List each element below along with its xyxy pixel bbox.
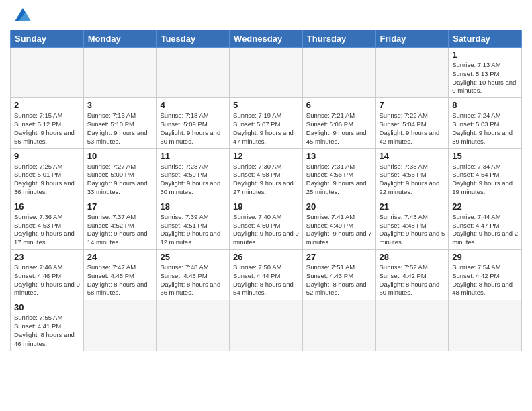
day-number: 22 [452, 201, 518, 212]
calendar-cell: 9Sunrise: 7:25 AMSunset: 5:01 PMDaylight… [11, 148, 84, 199]
day-of-week-header: Thursday [302, 30, 375, 48]
calendar-cell: 3Sunrise: 7:16 AMSunset: 5:10 PMDaylight… [83, 98, 157, 148]
day-info: Sunrise: 7:22 AMSunset: 5:04 PMDaylight:… [380, 111, 445, 146]
calendar-cell: 4Sunrise: 7:18 AMSunset: 5:09 PMDaylight… [157, 98, 230, 148]
calendar-week-row: 9Sunrise: 7:25 AMSunset: 5:01 PMDaylight… [11, 148, 522, 199]
calendar-week-row: 1Sunrise: 7:13 AMSunset: 5:13 PMDaylight… [11, 48, 522, 98]
day-info: Sunrise: 7:36 AMSunset: 4:53 PMDaylight:… [14, 213, 80, 247]
day-number: 27 [306, 252, 372, 262]
day-number: 25 [160, 252, 226, 262]
calendar-cell [83, 300, 157, 351]
calendar-cell [230, 48, 303, 98]
day-number: 10 [87, 151, 153, 161]
calendar-cell: 16Sunrise: 7:36 AMSunset: 4:53 PMDayligh… [11, 199, 84, 249]
day-info: Sunrise: 7:39 AMSunset: 4:51 PMDaylight:… [160, 213, 226, 247]
day-number: 24 [87, 252, 153, 262]
calendar-cell: 13Sunrise: 7:31 AMSunset: 4:56 PMDayligh… [302, 148, 375, 199]
calendar-cell: 24Sunrise: 7:47 AMSunset: 4:45 PMDayligh… [83, 250, 157, 300]
calendar-cell: 10Sunrise: 7:27 AMSunset: 5:00 PMDayligh… [83, 148, 157, 199]
day-info: Sunrise: 7:52 AMSunset: 4:42 PMDaylight:… [380, 263, 445, 298]
calendar-cell [157, 48, 230, 98]
calendar-cell [11, 48, 84, 98]
day-of-week-header: Friday [375, 30, 449, 48]
calendar-cell: 26Sunrise: 7:50 AMSunset: 4:44 PMDayligh… [230, 250, 303, 300]
day-number: 6 [306, 100, 372, 110]
calendar-week-row: 16Sunrise: 7:36 AMSunset: 4:53 PMDayligh… [11, 199, 522, 249]
day-number: 14 [380, 151, 445, 161]
day-number: 17 [87, 201, 153, 212]
day-info: Sunrise: 7:46 AMSunset: 4:46 PMDaylight:… [14, 263, 80, 298]
calendar-cell [157, 300, 230, 351]
day-number: 26 [233, 252, 299, 262]
calendar-cell: 17Sunrise: 7:37 AMSunset: 4:52 PMDayligh… [83, 199, 157, 249]
calendar-cell [375, 48, 449, 98]
day-info: Sunrise: 7:51 AMSunset: 4:43 PMDaylight:… [306, 263, 372, 298]
day-info: Sunrise: 7:18 AMSunset: 5:09 PMDaylight:… [160, 111, 226, 146]
calendar-cell: 2Sunrise: 7:15 AMSunset: 5:12 PMDaylight… [11, 98, 84, 148]
day-info: Sunrise: 7:24 AMSunset: 5:03 PMDaylight:… [452, 111, 518, 146]
header [10, 7, 522, 24]
calendar-cell: 28Sunrise: 7:52 AMSunset: 4:42 PMDayligh… [375, 250, 449, 300]
calendar-cell: 22Sunrise: 7:44 AMSunset: 4:47 PMDayligh… [449, 199, 522, 249]
calendar-header-row: SundayMondayTuesdayWednesdayThursdayFrid… [11, 30, 522, 48]
calendar-cell: 15Sunrise: 7:34 AMSunset: 4:54 PMDayligh… [449, 148, 522, 199]
day-info: Sunrise: 7:28 AMSunset: 4:59 PMDaylight:… [160, 163, 226, 197]
day-number: 29 [452, 252, 518, 262]
day-info: Sunrise: 7:48 AMSunset: 4:45 PMDaylight:… [160, 263, 226, 298]
day-number: 3 [87, 100, 153, 110]
day-of-week-header: Tuesday [157, 30, 230, 48]
day-number: 13 [306, 151, 372, 161]
day-info: Sunrise: 7:40 AMSunset: 4:50 PMDaylight:… [233, 213, 299, 247]
calendar-cell: 7Sunrise: 7:22 AMSunset: 5:04 PMDaylight… [375, 98, 449, 148]
day-number: 21 [380, 201, 445, 212]
day-number: 7 [380, 100, 445, 110]
day-info: Sunrise: 7:37 AMSunset: 4:52 PMDaylight:… [87, 213, 153, 247]
day-number: 16 [14, 201, 80, 212]
day-info: Sunrise: 7:54 AMSunset: 4:42 PMDaylight:… [452, 263, 518, 298]
calendar-table: SundayMondayTuesdayWednesdayThursdayFrid… [10, 30, 522, 351]
day-number: 5 [233, 100, 299, 110]
day-of-week-header: Wednesday [230, 30, 303, 48]
calendar-cell [449, 300, 522, 351]
calendar-cell [230, 300, 303, 351]
calendar-cell [375, 300, 449, 351]
calendar-cell [302, 48, 375, 98]
day-info: Sunrise: 7:16 AMSunset: 5:10 PMDaylight:… [87, 111, 153, 146]
day-number: 23 [14, 252, 80, 262]
day-info: Sunrise: 7:13 AMSunset: 5:13 PMDaylight:… [452, 61, 518, 95]
calendar-cell: 11Sunrise: 7:28 AMSunset: 4:59 PMDayligh… [157, 148, 230, 199]
calendar-cell: 19Sunrise: 7:40 AMSunset: 4:50 PMDayligh… [230, 199, 303, 249]
day-number: 19 [233, 201, 299, 212]
day-info: Sunrise: 7:55 AMSunset: 4:41 PMDaylight:… [14, 314, 80, 348]
calendar-cell: 1Sunrise: 7:13 AMSunset: 5:13 PMDaylight… [449, 48, 522, 98]
calendar-cell: 30Sunrise: 7:55 AMSunset: 4:41 PMDayligh… [11, 300, 84, 351]
day-info: Sunrise: 7:31 AMSunset: 4:56 PMDaylight:… [306, 163, 372, 197]
day-number: 20 [306, 201, 372, 212]
day-info: Sunrise: 7:34 AMSunset: 4:54 PMDaylight:… [452, 163, 518, 197]
day-of-week-header: Sunday [11, 30, 84, 48]
day-of-week-header: Monday [83, 30, 157, 48]
day-info: Sunrise: 7:15 AMSunset: 5:12 PMDaylight:… [14, 111, 80, 146]
day-number: 9 [14, 151, 80, 161]
calendar-cell: 27Sunrise: 7:51 AMSunset: 4:43 PMDayligh… [302, 250, 375, 300]
day-number: 30 [14, 302, 80, 312]
calendar-week-row: 2Sunrise: 7:15 AMSunset: 5:12 PMDaylight… [11, 98, 522, 148]
calendar-week-row: 30Sunrise: 7:55 AMSunset: 4:41 PMDayligh… [11, 300, 522, 351]
day-info: Sunrise: 7:33 AMSunset: 4:55 PMDaylight:… [380, 163, 445, 197]
calendar-cell: 5Sunrise: 7:19 AMSunset: 5:07 PMDaylight… [230, 98, 303, 148]
day-number: 28 [380, 252, 445, 262]
calendar-week-row: 23Sunrise: 7:46 AMSunset: 4:46 PMDayligh… [11, 250, 522, 300]
day-of-week-header: Saturday [449, 30, 522, 48]
calendar-cell: 23Sunrise: 7:46 AMSunset: 4:46 PMDayligh… [11, 250, 84, 300]
calendar-cell: 21Sunrise: 7:43 AMSunset: 4:48 PMDayligh… [375, 199, 449, 249]
calendar-cell [83, 48, 157, 98]
day-info: Sunrise: 7:50 AMSunset: 4:44 PMDaylight:… [233, 263, 299, 298]
calendar-cell [302, 300, 375, 351]
calendar-cell: 18Sunrise: 7:39 AMSunset: 4:51 PMDayligh… [157, 199, 230, 249]
day-info: Sunrise: 7:43 AMSunset: 4:48 PMDaylight:… [380, 213, 445, 247]
calendar-cell: 6Sunrise: 7:21 AMSunset: 5:06 PMDaylight… [302, 98, 375, 148]
calendar-cell: 12Sunrise: 7:30 AMSunset: 4:58 PMDayligh… [230, 148, 303, 199]
calendar-cell: 14Sunrise: 7:33 AMSunset: 4:55 PMDayligh… [375, 148, 449, 199]
calendar-cell: 8Sunrise: 7:24 AMSunset: 5:03 PMDaylight… [449, 98, 522, 148]
day-info: Sunrise: 7:19 AMSunset: 5:07 PMDaylight:… [233, 111, 299, 146]
